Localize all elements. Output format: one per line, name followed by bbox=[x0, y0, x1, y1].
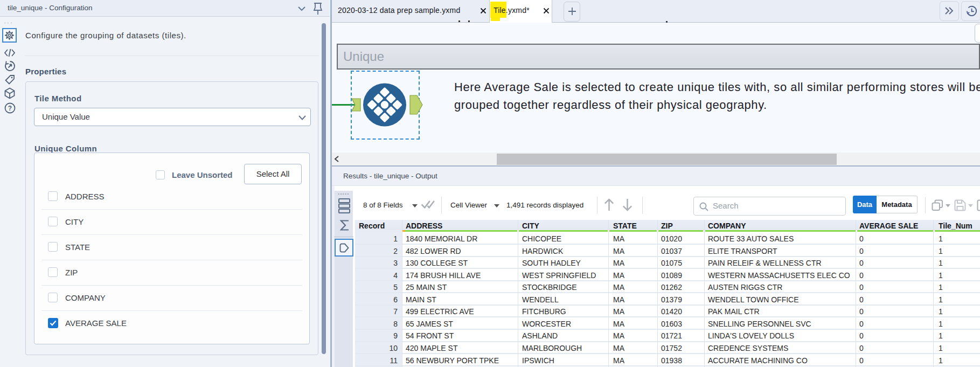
svg-text:?: ? bbox=[8, 105, 12, 112]
